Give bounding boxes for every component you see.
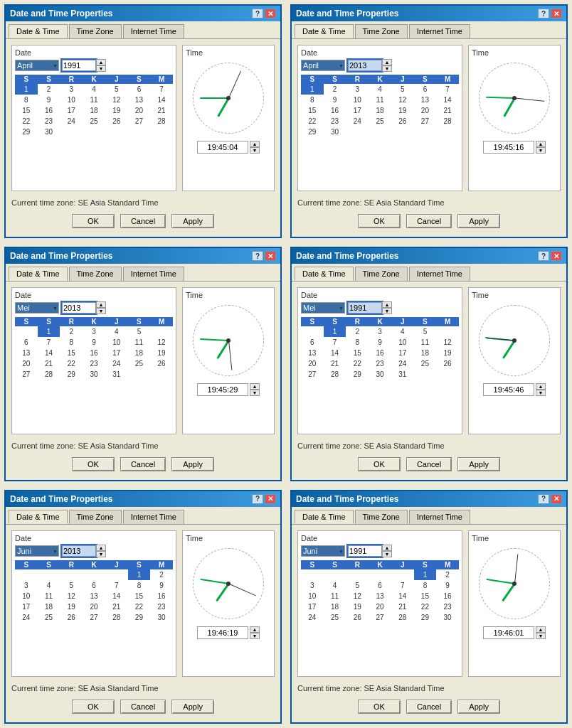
calendar-day[interactable]: 6 bbox=[83, 580, 105, 591]
calendar-day[interactable]: 28 bbox=[150, 116, 173, 127]
calendar-day[interactable]: 20 bbox=[128, 105, 151, 116]
calendar-day[interactable]: 14 bbox=[324, 348, 346, 358]
apply-button[interactable]: Apply bbox=[457, 457, 500, 471]
calendar-day[interactable]: 6 bbox=[301, 337, 324, 348]
calendar-day[interactable]: 1 bbox=[38, 326, 60, 337]
calendar-day[interactable]: 23 bbox=[324, 116, 346, 127]
calendar-day[interactable]: 9 bbox=[38, 95, 60, 105]
ok-button[interactable]: OK bbox=[358, 214, 401, 228]
calendar-day[interactable]: 12 bbox=[150, 337, 173, 348]
year-input[interactable] bbox=[348, 60, 382, 71]
month-select[interactable]: JanuariFebruariMaretAprilMeiJuniJuliAgus… bbox=[15, 60, 59, 71]
calendar-day[interactable]: 15 bbox=[60, 348, 83, 358]
calendar-day[interactable]: 14 bbox=[436, 95, 459, 105]
calendar-day[interactable]: 21 bbox=[391, 601, 414, 612]
calendar-day[interactable]: 13 bbox=[369, 591, 391, 601]
calendar-day[interactable]: 10 bbox=[105, 337, 128, 348]
calendar-day[interactable]: 18 bbox=[83, 105, 105, 116]
calendar-day[interactable]: 17 bbox=[15, 601, 38, 612]
calendar-day[interactable]: 25 bbox=[128, 358, 151, 369]
calendar-day[interactable]: 4 bbox=[324, 580, 346, 591]
month-select[interactable]: JanuariFebruariMaretAprilMeiJuniJuliAgus… bbox=[15, 545, 59, 557]
cancel-button[interactable]: Cancel bbox=[406, 457, 452, 471]
ok-button[interactable]: OK bbox=[358, 457, 401, 471]
time-input[interactable] bbox=[483, 383, 534, 396]
calendar-day[interactable]: 3 bbox=[15, 580, 38, 591]
calendar-day[interactable]: 22 bbox=[60, 358, 83, 369]
calendar-day[interactable]: 18 bbox=[414, 348, 437, 358]
year-spin-up[interactable]: ▲ bbox=[96, 59, 106, 65]
calendar-day[interactable]: 4 bbox=[38, 580, 60, 591]
apply-button[interactable]: Apply bbox=[171, 214, 214, 228]
calendar-day[interactable]: 11 bbox=[414, 337, 437, 348]
calendar-day[interactable]: 14 bbox=[391, 591, 414, 601]
calendar-day[interactable]: 10 bbox=[346, 95, 369, 105]
calendar-day[interactable]: 8 bbox=[301, 95, 324, 105]
calendar-day[interactable]: 16 bbox=[436, 591, 459, 601]
calendar-day[interactable]: 4 bbox=[83, 84, 105, 95]
help-button[interactable]: ? bbox=[252, 494, 263, 504]
calendar-day[interactable]: 18 bbox=[324, 601, 346, 612]
calendar-day[interactable]: 19 bbox=[346, 601, 369, 612]
calendar-day[interactable]: 19 bbox=[105, 105, 128, 116]
calendar-day[interactable]: 2 bbox=[150, 569, 173, 580]
calendar-day[interactable]: 7 bbox=[105, 580, 128, 591]
tab-date-&-time[interactable]: Date & Time bbox=[9, 24, 68, 38]
calendar-day[interactable]: 25 bbox=[38, 612, 60, 623]
calendar-day[interactable]: 16 bbox=[83, 348, 105, 358]
calendar-day[interactable]: 29 bbox=[128, 612, 151, 623]
calendar-day[interactable]: 8 bbox=[414, 580, 437, 591]
apply-button[interactable]: Apply bbox=[457, 214, 500, 228]
calendar-day[interactable]: 23 bbox=[83, 358, 105, 369]
calendar-day[interactable]: 11 bbox=[83, 95, 105, 105]
calendar-day[interactable]: 12 bbox=[60, 591, 83, 601]
calendar-day[interactable]: 24 bbox=[105, 358, 128, 369]
ok-button[interactable]: OK bbox=[72, 214, 115, 228]
calendar-day[interactable]: 7 bbox=[150, 84, 173, 95]
time-spin-down[interactable]: ▼ bbox=[536, 390, 546, 396]
calendar-day[interactable]: 30 bbox=[369, 369, 391, 380]
calendar-day[interactable]: 16 bbox=[324, 105, 346, 116]
calendar-day[interactable]: 9 bbox=[436, 580, 459, 591]
calendar-day[interactable]: 25 bbox=[324, 612, 346, 623]
calendar-day[interactable]: 3 bbox=[60, 84, 83, 95]
calendar-day[interactable]: 26 bbox=[346, 612, 369, 623]
calendar-day[interactable]: 27 bbox=[15, 369, 38, 380]
ok-button[interactable]: OK bbox=[72, 700, 115, 714]
calendar-day[interactable]: 1 bbox=[301, 84, 324, 95]
help-button[interactable]: ? bbox=[538, 251, 549, 261]
close-button[interactable]: ✕ bbox=[551, 9, 562, 18]
calendar-day[interactable]: 19 bbox=[436, 348, 459, 358]
calendar-day[interactable]: 28 bbox=[105, 612, 128, 623]
year-input[interactable] bbox=[62, 545, 96, 557]
calendar-day[interactable]: 29 bbox=[301, 127, 324, 137]
calendar-day[interactable]: 26 bbox=[150, 358, 173, 369]
calendar-day[interactable]: 22 bbox=[346, 358, 369, 369]
year-input[interactable] bbox=[348, 302, 382, 314]
calendar-day[interactable]: 4 bbox=[105, 326, 128, 337]
year-spin-up[interactable]: ▲ bbox=[382, 59, 392, 65]
help-button[interactable]: ? bbox=[538, 9, 549, 18]
calendar-day[interactable]: 9 bbox=[150, 580, 173, 591]
calendar-day[interactable]: 1 bbox=[15, 84, 38, 95]
ok-button[interactable]: OK bbox=[72, 457, 115, 471]
calendar-day[interactable]: 14 bbox=[105, 591, 128, 601]
calendar-day[interactable]: 26 bbox=[436, 358, 459, 369]
tab-time-zone[interactable]: Time Zone bbox=[355, 24, 408, 38]
cancel-button[interactable]: Cancel bbox=[120, 700, 166, 714]
calendar-day[interactable]: 27 bbox=[301, 369, 324, 380]
calendar-day[interactable]: 1 bbox=[414, 569, 437, 580]
year-spin-up[interactable]: ▲ bbox=[96, 301, 106, 308]
calendar-day[interactable]: 8 bbox=[60, 337, 83, 348]
calendar-day[interactable]: 7 bbox=[391, 580, 414, 591]
time-spin-up[interactable]: ▲ bbox=[536, 626, 546, 633]
calendar-day[interactable]: 29 bbox=[60, 369, 83, 380]
calendar-day[interactable]: 13 bbox=[83, 591, 105, 601]
close-button[interactable]: ✕ bbox=[551, 494, 562, 504]
calendar-day[interactable]: 5 bbox=[391, 84, 414, 95]
calendar-day[interactable]: 21 bbox=[105, 601, 128, 612]
calendar-day[interactable]: 2 bbox=[38, 84, 60, 95]
calendar-day[interactable]: 29 bbox=[346, 369, 369, 380]
calendar-day[interactable]: 9 bbox=[83, 337, 105, 348]
calendar-day[interactable]: 17 bbox=[105, 348, 128, 358]
